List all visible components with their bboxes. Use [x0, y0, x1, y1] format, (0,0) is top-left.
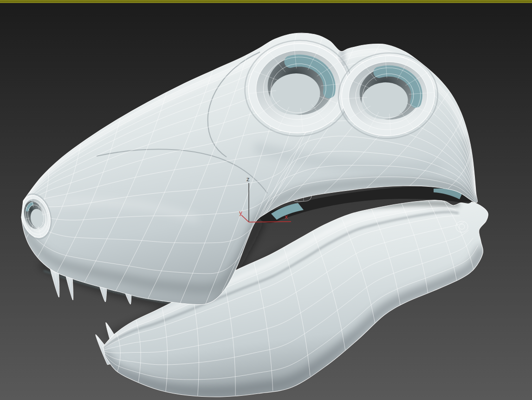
- axis-x-line: [249, 222, 291, 222]
- active-viewport-border: [0, 0, 532, 3]
- axis-z-label: z: [247, 176, 249, 183]
- axis-y-label: y: [239, 210, 242, 216]
- axis-x-label: x: [285, 214, 288, 220]
- viewport-canvas[interactable]: z y x: [0, 0, 532, 400]
- viewport[interactable]: z y x: [0, 0, 532, 400]
